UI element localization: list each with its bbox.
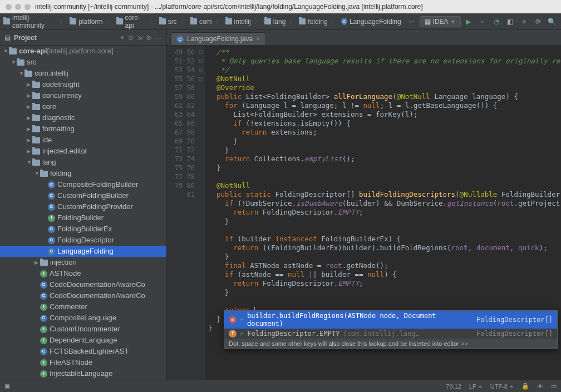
- completion-popup: m ⚡ builder.buildFoldRegions(ASTNode nod…: [224, 310, 558, 349]
- crumb-6[interactable]: lang: [273, 18, 286, 26]
- tree-row[interactable]: CCustomFoldingProvider: [0, 201, 166, 212]
- tree-row[interactable]: IASTNode: [0, 268, 166, 279]
- project-header: ▤ Project ▼ ⊙ ⇲ ⚙ —: [0, 30, 166, 46]
- tree-row[interactable]: ▶formatting: [0, 123, 166, 135]
- navigation-bar: intellij-community〉 platform〉 core-api〉 …: [0, 13, 561, 30]
- project-tree[interactable]: ▼core-api [intellij.platform.core]▼src▼c…: [0, 46, 166, 380]
- completion-return: FoldingDescriptor[]: [476, 316, 553, 324]
- fold-gutter[interactable]: ⊟ ⊟ ⊟ ⊟: [197, 46, 205, 380]
- chevron-down-icon[interactable]: ▼: [120, 35, 125, 41]
- run-config-selector[interactable]: ▦ IDEA ▼: [420, 16, 461, 27]
- tree-row[interactable]: ▼src: [0, 57, 166, 68]
- breadcrumb[interactable]: intellij-community〉 platform〉 core-api〉 …: [3, 14, 401, 29]
- tree-row[interactable]: CCompositeLanguage: [0, 312, 166, 324]
- profile-icon[interactable]: ◧: [504, 16, 516, 28]
- tree-row[interactable]: ICustomUncommenter: [0, 324, 166, 335]
- collapse-icon[interactable]: ⇲: [137, 34, 142, 42]
- folder-icon: [32, 93, 40, 99]
- crumb-4[interactable]: com: [199, 18, 212, 26]
- completion-item-selected[interactable]: m ⚡ builder.buildFoldRegions(ASTNode nod…: [224, 311, 557, 329]
- completion-item[interactable]: f ⚡ FoldingDescriptor.EMPTY (com.intelli…: [224, 329, 557, 339]
- run-icon[interactable]: ▶: [463, 16, 475, 28]
- tree-row[interactable]: ▶diagnostic: [0, 112, 166, 123]
- caret-position[interactable]: 78:12: [446, 383, 461, 390]
- tree-row[interactable]: ▶injected.editor: [0, 146, 166, 157]
- tree-row[interactable]: ICommenter: [0, 301, 166, 312]
- tree-row[interactable]: CCompositeFoldingBuilder: [0, 179, 166, 190]
- tree-row[interactable]: ▼com.intellij: [0, 68, 166, 79]
- coverage-icon[interactable]: ◔: [490, 16, 502, 28]
- tree-row[interactable]: CFCTSBackedLighterAST: [0, 346, 166, 357]
- tree-row[interactable]: CCodeDocumentationAwareCo: [0, 290, 166, 301]
- completion-hint: Dot, space and some other keys will also…: [224, 339, 557, 349]
- tool-windows-icon[interactable]: ▣: [4, 383, 10, 390]
- memory-icon[interactable]: ▭: [551, 383, 557, 390]
- chevron-down-icon: ▼: [451, 19, 456, 24]
- crumb-5[interactable]: intellij: [234, 18, 251, 26]
- gear-icon[interactable]: ⚙: [146, 34, 152, 42]
- crumb-7[interactable]: folding: [308, 18, 327, 26]
- update-icon[interactable]: ⟳: [532, 16, 544, 28]
- folder-icon: [40, 171, 48, 177]
- tree-row[interactable]: ▶injection: [0, 257, 166, 268]
- tree-row[interactable]: ▶concurrency: [0, 90, 166, 101]
- target-icon[interactable]: ⊙: [128, 34, 134, 42]
- folder-icon: [70, 18, 76, 24]
- folder-icon: [32, 160, 40, 166]
- editor-tabs: C LanguageFolding.java ×: [167, 30, 561, 46]
- editor-tab[interactable]: C LanguageFolding.java ×: [170, 32, 266, 45]
- tree-row[interactable]: CLanguageFolding: [0, 246, 166, 257]
- inspect-icon[interactable]: 👁: [537, 383, 543, 390]
- folder-icon: [32, 148, 40, 155]
- crumb-0[interactable]: intellij-community: [12, 14, 56, 29]
- tree-row[interactable]: IFileASTNode: [0, 357, 166, 368]
- zoom-window-icon[interactable]: [24, 4, 31, 10]
- class-icon: C: [48, 204, 55, 211]
- stop-icon[interactable]: ■: [518, 16, 530, 28]
- completion-hint-link[interactable]: >>: [461, 340, 468, 347]
- search-icon[interactable]: 🔍: [546, 16, 558, 28]
- close-window-icon[interactable]: [6, 4, 12, 10]
- class-icon: C: [176, 36, 184, 43]
- close-icon[interactable]: ×: [256, 35, 260, 43]
- tree-row[interactable]: CCustomFoldingBuilder: [0, 190, 166, 201]
- tree-row[interactable]: IFoldingBuilder: [0, 212, 166, 224]
- traffic-lights[interactable]: [6, 4, 31, 10]
- readonly-icon[interactable]: 🔒: [521, 383, 529, 390]
- class-icon: C: [48, 192, 55, 200]
- tree-row[interactable]: ▼core-api [intellij.platform.core]: [0, 46, 166, 57]
- module-icon: ▦: [425, 18, 431, 26]
- tree-row[interactable]: ▶ide: [0, 135, 166, 146]
- tree-row[interactable]: CCodeDocumentationAwareCo: [0, 279, 166, 290]
- completion-hint-text: Dot, space and some other keys will also…: [229, 340, 459, 347]
- interface-icon: I: [40, 370, 47, 378]
- interface-icon: I: [40, 326, 47, 333]
- tree-row[interactable]: IInjectableLanguage: [0, 368, 166, 379]
- folder-icon: [40, 260, 48, 266]
- crumb-1[interactable]: platform: [78, 18, 102, 26]
- back-icon[interactable]: ↩: [406, 16, 417, 28]
- project-label: Project: [14, 34, 116, 42]
- crumb-2[interactable]: core-api: [125, 14, 146, 29]
- tree-row[interactable]: ▶codeInsight: [0, 79, 166, 90]
- line-gutter[interactable]: 49 50 51 52 53 54 55 56 57 58 59 60 61 6…: [167, 46, 197, 380]
- tree-row[interactable]: CFoldingBuilderEx: [0, 224, 166, 235]
- tree-row[interactable]: CFoldingDescriptor: [0, 235, 166, 246]
- completion-label: FoldingDescriptor.EMPTY: [247, 330, 339, 338]
- crumb-8[interactable]: LanguageFolding: [350, 18, 401, 26]
- method-icon: m: [229, 316, 237, 324]
- window-titlebar: intellij-community [~/intellij-community…: [0, 0, 561, 13]
- line-separator[interactable]: LF ≑: [469, 383, 483, 390]
- tree-row[interactable]: ▶core: [0, 101, 166, 112]
- tree-row[interactable]: ▼lang: [0, 157, 166, 168]
- interface-icon: I: [40, 304, 47, 311]
- file-encoding[interactable]: UTF-8 ≑: [490, 383, 514, 390]
- debug-icon[interactable]: ⌁: [476, 16, 488, 28]
- tree-row[interactable]: ▼folding: [0, 168, 166, 179]
- window-title: intellij-community [~/intellij-community…: [35, 3, 423, 11]
- hide-icon[interactable]: —: [155, 34, 162, 42]
- crumb-3[interactable]: src: [168, 18, 177, 26]
- minimize-window-icon[interactable]: [15, 4, 21, 10]
- class-icon: C: [48, 248, 55, 255]
- tree-row[interactable]: IDependentLanguage: [0, 335, 166, 346]
